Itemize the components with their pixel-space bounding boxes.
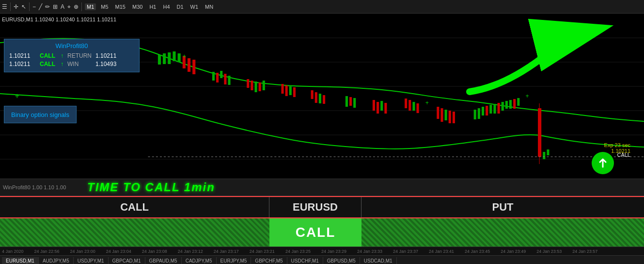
signal1-price: 1.10211 bbox=[9, 52, 36, 59]
svg-rect-61 bbox=[538, 108, 541, 157]
symbol-tabs: EURUSD,M1 AUDJPY,M5 USDJPY,M1 GBPCAD,M1 … bbox=[0, 255, 644, 264]
signal-row-2: 1.10211 CALL ↑ WIN 1.10493 bbox=[9, 61, 134, 67]
tab-eurusd-m1[interactable]: EURUSD,M1 bbox=[2, 257, 39, 264]
tab-gbpcad-m1[interactable]: GBPCAD,M1 bbox=[109, 257, 145, 264]
svg-rect-25 bbox=[281, 84, 283, 94]
svg-rect-17 bbox=[220, 71, 222, 78]
svg-rect-52 bbox=[486, 106, 488, 116]
divider-1 bbox=[10, 2, 11, 11]
divider-3 bbox=[81, 2, 82, 11]
tf-h1[interactable]: H1 bbox=[147, 3, 158, 10]
svg-rect-13 bbox=[188, 58, 190, 72]
svg-rect-8 bbox=[163, 53, 166, 64]
tab-cadjpy-m5[interactable]: CADJPY,M5 bbox=[182, 257, 217, 264]
svg-rect-18 bbox=[224, 74, 226, 84]
price-label: EURUSD,M1 1.10240 1.10240 1.10211 1.1021… bbox=[2, 16, 116, 22]
svg-rect-7 bbox=[158, 55, 161, 65]
time-tick-2: 24 Jan 23:00 bbox=[70, 249, 95, 254]
svg-rect-55 bbox=[498, 103, 500, 114]
extra-tool[interactable]: ⊕ bbox=[74, 3, 79, 10]
svg-text:+: + bbox=[425, 99, 429, 106]
tf-m15[interactable]: M15 bbox=[113, 3, 127, 10]
call-button-left-pattern[interactable] bbox=[0, 218, 269, 247]
signal1-label: RETURN bbox=[67, 52, 92, 59]
time-axis: 4 Jan 2020 24 Jan 22:56 24 Jan 23:00 24 … bbox=[0, 247, 644, 255]
tab-eurjpy-m5[interactable]: EURJPY,M5 bbox=[217, 257, 251, 264]
time-tick-6: 24 Jan 23:17 bbox=[214, 249, 239, 254]
time-tick-12: 24 Jan 23:41 bbox=[429, 249, 454, 254]
toolbar-icon-1[interactable]: ☰ bbox=[2, 3, 7, 10]
svg-rect-53 bbox=[489, 105, 492, 114]
cursor-tool[interactable]: ✛ bbox=[14, 3, 18, 10]
svg-rect-23 bbox=[259, 82, 261, 91]
binary-signals: Binary option signals bbox=[4, 106, 77, 123]
tab-usdjpy-m1[interactable]: USDJPY,M1 bbox=[74, 257, 109, 264]
tf-m1[interactable]: M1 bbox=[85, 3, 96, 10]
line-tool[interactable]: ╱ bbox=[39, 3, 42, 10]
svg-rect-34 bbox=[349, 97, 352, 106]
svg-rect-15 bbox=[212, 72, 215, 81]
time-tick-11: 24 Jan 23:37 bbox=[393, 249, 418, 254]
tf-mn[interactable]: MN bbox=[203, 3, 215, 10]
svg-rect-21 bbox=[251, 81, 253, 90]
call-signal-label: CALL bbox=[617, 152, 630, 158]
put-action-cell[interactable]: PUT bbox=[361, 197, 644, 217]
svg-rect-10 bbox=[173, 51, 175, 61]
signal2-arrow: ↑ bbox=[61, 61, 63, 67]
tab-usdchf-m1[interactable]: USDCHF,M1 bbox=[287, 257, 323, 264]
svg-rect-57 bbox=[505, 101, 508, 109]
svg-rect-50 bbox=[478, 108, 480, 119]
measure-tool[interactable]: ⌖ bbox=[67, 3, 71, 10]
signal1-call: CALL bbox=[40, 52, 57, 59]
time-tick-13: 24 Jan 23:45 bbox=[465, 249, 490, 254]
call-circle bbox=[592, 152, 614, 174]
time-tick-7: 24 Jan 23:21 bbox=[250, 249, 275, 254]
call-button-right-pattern[interactable] bbox=[361, 218, 644, 247]
time-to-call-banner: WinProfit80 1.00 1.10 1.00 TIME TO CALL … bbox=[0, 179, 644, 196]
tab-usdcad-m1[interactable]: USDCAD,M1 bbox=[360, 257, 397, 264]
svg-rect-20 bbox=[247, 79, 249, 88]
time-tick-15: 24 Jan 23:53 bbox=[536, 249, 562, 254]
signal2-value: 1.10493 bbox=[95, 61, 116, 67]
call-button-label: CALL bbox=[296, 225, 336, 240]
svg-rect-54 bbox=[493, 104, 496, 114]
signal2-label: WIN bbox=[67, 61, 92, 67]
winprofit-title: WinProfit80 bbox=[9, 42, 134, 50]
winprofit-panel: WinProfit80 1.10211 CALL ↑ RETURN 1.1021… bbox=[4, 39, 140, 72]
svg-rect-29 bbox=[311, 90, 314, 99]
svg-rect-26 bbox=[285, 85, 288, 96]
call-button-center[interactable]: CALL bbox=[269, 218, 361, 247]
signal-row-1: 1.10211 CALL ↑ RETURN 1.10211 bbox=[9, 52, 134, 59]
text-icon[interactable]: A bbox=[61, 3, 64, 10]
time-tick-10: 24 Jan 23:33 bbox=[357, 249, 382, 254]
tf-d1[interactable]: D1 bbox=[175, 3, 186, 10]
svg-rect-56 bbox=[502, 102, 504, 111]
svg-rect-22 bbox=[254, 82, 257, 92]
text-tool[interactable]: ⊞ bbox=[53, 3, 58, 10]
tab-gbpchf-m5[interactable]: GBPCHF,M5 bbox=[251, 257, 287, 264]
chart-container: + + + + EURUSD,M1 1.10240 1.10240 1.1021… bbox=[0, 14, 644, 179]
time-tick-5: 24 Jan 23:12 bbox=[178, 249, 203, 254]
svg-rect-49 bbox=[474, 110, 476, 119]
svg-rect-37 bbox=[377, 102, 379, 114]
time-tick-14: 24 Jan 23:49 bbox=[501, 249, 526, 254]
call-action-cell[interactable]: CALL bbox=[0, 197, 269, 217]
call-button-row: CALL bbox=[0, 218, 644, 247]
svg-rect-43 bbox=[417, 103, 419, 113]
tf-m5[interactable]: M5 bbox=[99, 3, 110, 10]
svg-rect-51 bbox=[482, 107, 484, 116]
minus-tool[interactable]: − bbox=[32, 3, 36, 10]
tf-m30[interactable]: M30 bbox=[130, 3, 144, 10]
arrow-tool[interactable]: ↖ bbox=[21, 3, 26, 10]
svg-rect-44 bbox=[437, 107, 439, 119]
tf-h4[interactable]: H4 bbox=[161, 3, 172, 10]
signal2-price: 1.10211 bbox=[9, 61, 36, 67]
svg-rect-36 bbox=[373, 100, 375, 111]
time-tick-16: 24 Jan 23:57 bbox=[572, 249, 597, 254]
tab-audjpy-m5[interactable]: AUDJPY,M5 bbox=[39, 257, 74, 264]
tf-w1[interactable]: W1 bbox=[188, 3, 201, 10]
pencil-tool[interactable]: ✏ bbox=[45, 3, 50, 10]
toolbar: ☰ ✛ ↖ − ╱ ✏ ⊞ A ⌖ ⊕ M1 M5 M15 M30 H1 H4 … bbox=[0, 0, 644, 14]
tab-gbpaud-m5[interactable]: GBPAUD,M5 bbox=[145, 257, 182, 264]
tab-gbpusd-m5[interactable]: GBPUSD,M5 bbox=[323, 257, 360, 264]
